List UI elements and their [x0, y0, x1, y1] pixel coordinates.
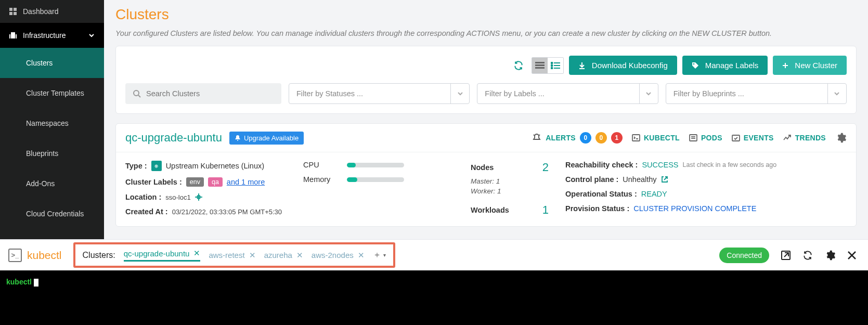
svg-rect-3: [14, 12, 17, 15]
cluster-settings-button[interactable]: [835, 132, 847, 144]
sidebar-sub-cluster-templates[interactable]: Cluster Templates: [0, 78, 104, 108]
svg-rect-22: [690, 135, 697, 141]
svg-rect-21: [632, 135, 640, 141]
search-clusters-box[interactable]: [125, 83, 281, 104]
alerts-label: ALERTS: [546, 134, 576, 142]
alert-count-error[interactable]: 1: [611, 132, 623, 144]
alert-count-info[interactable]: 0: [580, 132, 591, 144]
cluster-tab[interactable]: aws-retest ✕: [209, 251, 255, 260]
svg-point-12: [551, 64, 552, 66]
tag-icon: [692, 62, 699, 69]
svg-rect-6: [16, 34, 17, 38]
reach-label: Reachability check: [565, 161, 638, 169]
filter-blueprints-select[interactable]: Filter by Blueprints ...: [666, 83, 847, 104]
calendar-check-icon: [732, 134, 740, 141]
main-content: Clusters Your configured Clusters are li…: [104, 0, 868, 239]
location-value: sso-loc1: [165, 193, 190, 201]
gear-icon[interactable]: [824, 250, 836, 261]
sidebar-sub-namespaces[interactable]: Namespaces: [0, 108, 104, 138]
control-label: Control plane: [565, 175, 618, 184]
infrastructure-icon: [9, 32, 17, 39]
sidebar-label: Dashboard: [23, 7, 59, 16]
search-input[interactable]: [146, 89, 274, 98]
workloads-label: Workloads: [471, 206, 509, 214]
cluster-tab-active[interactable]: qc-upgrade-ubuntu ✕: [124, 249, 201, 262]
labels-more-link[interactable]: and 1 more: [227, 178, 265, 186]
svg-rect-7: [535, 62, 545, 63]
prov-value[interactable]: CLUSTER PROVISION COMPLETE: [633, 204, 756, 213]
op-label: Operational Status: [565, 190, 637, 198]
terminal-pane[interactable]: kubectl: [0, 270, 868, 325]
close-icon[interactable]: ✕: [296, 251, 303, 260]
close-icon[interactable]: ✕: [358, 251, 365, 260]
label-chip-qa[interactable]: qa: [208, 177, 223, 187]
memory-meter: Memory: [303, 175, 454, 184]
cluster-tab[interactable]: aws-2nodes ✕: [312, 251, 365, 260]
new-cluster-button[interactable]: New Cluster: [773, 56, 847, 75]
svg-rect-25: [732, 135, 740, 141]
add-cluster-tab-button[interactable]: ＋▾: [373, 250, 386, 261]
close-icon[interactable]: [847, 251, 857, 260]
terminal-icon: [632, 134, 640, 141]
svg-rect-5: [9, 34, 10, 38]
refresh-button[interactable]: [511, 58, 526, 73]
view-card-button[interactable]: [532, 58, 548, 73]
sidebar-sub-blueprints[interactable]: Blueprints: [0, 138, 104, 168]
manage-labels-button[interactable]: Manage Labels: [682, 56, 768, 75]
toolbar-card: Download Kubeconfig Manage Labels New Cl…: [115, 46, 857, 114]
filter-labels-select[interactable]: Filter by Labels ...: [477, 83, 658, 104]
master-count: Master: 1: [471, 177, 549, 185]
svg-point-18: [134, 90, 139, 96]
open-external-icon[interactable]: [781, 250, 791, 261]
cluster-tab[interactable]: azureha ✕: [264, 251, 303, 260]
trends-link[interactable]: TRENDS: [783, 134, 826, 142]
control-value: Unhealthy: [623, 175, 656, 184]
cpu-meter: CPU: [303, 161, 454, 169]
bell-icon: [235, 135, 241, 141]
page-description: Your configured Clusters are listed belo…: [115, 29, 857, 37]
alert-count-warn[interactable]: 0: [595, 132, 607, 144]
search-icon: [133, 89, 141, 98]
nodes-label: Nodes: [471, 163, 494, 172]
svg-line-19: [138, 95, 140, 97]
terminal-prompt: kubectl: [6, 278, 32, 286]
list-icon: [689, 134, 697, 141]
created-label: Created At: [125, 207, 168, 216]
worker-count: Worker: 1: [471, 187, 549, 195]
upgrade-available-badge[interactable]: Upgrade Available: [229, 132, 304, 145]
reach-note: Last check in a few seconds ago: [683, 161, 777, 168]
labels-label: Cluster Labels: [125, 178, 182, 186]
cluster-name-link[interactable]: qc-upgrade-ubuntu: [125, 131, 222, 145]
plus-icon: [782, 62, 788, 69]
type-label: Type: [125, 162, 147, 170]
op-value: READY: [641, 190, 667, 198]
svg-point-14: [551, 67, 552, 69]
sidebar-item-infrastructure[interactable]: Infrastructure: [0, 23, 104, 48]
svg-rect-1: [14, 8, 17, 11]
sidebar-sub-cloud-credentials[interactable]: Cloud Credentials: [0, 199, 104, 229]
download-kubeconfig-button[interactable]: Download Kubeconfig: [569, 56, 677, 75]
events-link[interactable]: EVENTS: [732, 134, 774, 142]
close-icon[interactable]: ✕: [193, 249, 200, 258]
kubectl-cluster-tabs: Clusters: qc-upgrade-ubuntu ✕ aws-retest…: [73, 242, 395, 268]
refresh-icon[interactable]: [802, 250, 813, 261]
external-link-icon[interactable]: [661, 176, 668, 183]
filter-status-select[interactable]: Filter by Statuses ...: [289, 83, 470, 104]
download-icon: [578, 62, 586, 69]
svg-point-10: [551, 62, 552, 63]
page-title: Clusters: [115, 6, 857, 23]
sidebar-item-dashboard[interactable]: Dashboard: [0, 0, 104, 23]
close-icon[interactable]: ✕: [249, 251, 256, 260]
sidebar-sub-clusters[interactable]: Clusters: [0, 48, 104, 78]
kubectl-link[interactable]: KUBECTL: [632, 134, 680, 142]
nodes-value: 2: [542, 161, 549, 174]
label-chip-env[interactable]: env: [186, 177, 204, 187]
svg-rect-16: [579, 68, 585, 69]
sidebar: Dashboard Infrastructure Clusters Cluste…: [0, 0, 104, 239]
chevron-down-icon: [827, 84, 846, 103]
view-list-button[interactable]: [548, 58, 563, 73]
chevron-down-icon: [639, 84, 658, 103]
pods-link[interactable]: PODS: [689, 134, 722, 142]
sidebar-sub-add-ons[interactable]: Add-Ons: [0, 168, 104, 199]
dashboard-icon: [9, 8, 17, 15]
